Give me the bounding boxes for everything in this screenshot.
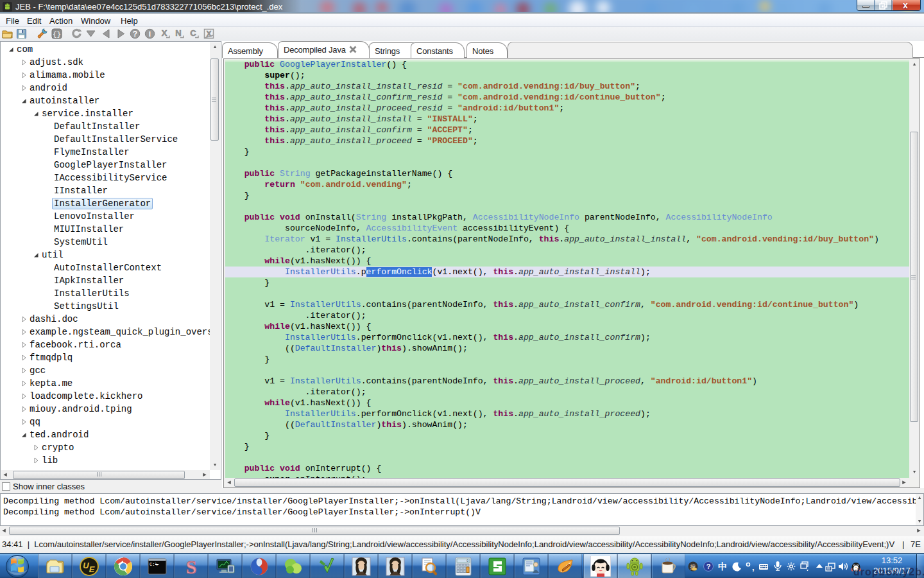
svg-text:N: N [175,28,181,38]
svg-text:中: 中 [718,561,727,572]
svg-text:,: , [752,563,755,572]
svg-text:0: 0 [466,559,468,563]
svg-text:E: E [89,565,95,574]
svg-text:{}: {} [53,31,61,39]
svg-text:C: C [190,28,196,38]
svg-text:X: X [162,28,167,38]
svg-text:i: i [149,30,151,39]
svg-text:?: ? [706,563,711,570]
svg-text:S: S [186,556,197,577]
svg-text:?: ? [133,30,137,39]
